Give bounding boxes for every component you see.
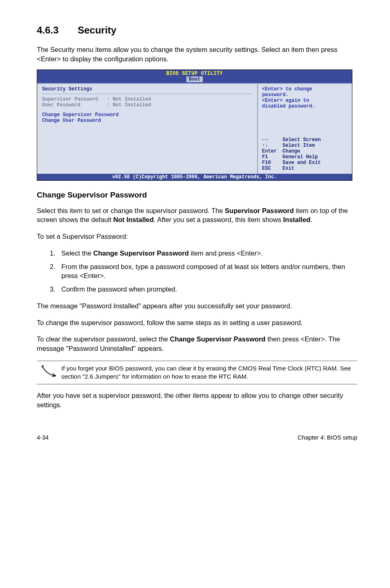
paragraph: After you have set a supervisor password… (37, 391, 357, 410)
bios-title: BIOS SETUP UTILITY (37, 70, 352, 76)
bios-help-line: <Enter> again to (262, 98, 348, 103)
note-box: If you forget your BIOS password, you ca… (37, 361, 357, 385)
bios-panel-heading: Security Settings (42, 86, 252, 92)
bios-menubar: Boot (37, 76, 352, 83)
section-title: Security (78, 25, 117, 36)
note-icon (37, 364, 61, 379)
bios-help-line: disabled password. (262, 103, 348, 109)
bios-screenshot: BIOS SETUP UTILITY Boot Security Setting… (37, 70, 352, 181)
paragraph: Select this item to set or change the su… (37, 206, 357, 225)
paragraph: The message "Password Installed" appears… (37, 301, 357, 311)
page-number: 4-34 (37, 434, 49, 441)
subsection-heading: Change Supervisor Password (37, 191, 357, 200)
bios-tab-boot: Boot (186, 76, 203, 82)
bios-help-line: <Enter> to change (262, 86, 348, 92)
paragraph: To change the supervisor password, follo… (37, 318, 357, 328)
bios-help-panel: <Enter> to change password. <Enter> agai… (258, 84, 352, 174)
step-item: Select the Change Supervisor Password it… (57, 249, 357, 258)
step-item: From the password box, type a password c… (57, 262, 357, 281)
paragraph: To clear the supervisor password, select… (37, 334, 357, 353)
bios-help-line: password. (262, 92, 348, 98)
note-text: If you forget your BIOS password, you ca… (61, 364, 357, 381)
steps-list: Select the Change Supervisor Password it… (37, 249, 357, 294)
section-heading: 4.6.3Security (37, 25, 357, 36)
chapter-label: Chapter 4: BIOS setup (298, 434, 357, 441)
bios-row-supervisor: Supervisor Password : Not Installed (42, 97, 252, 102)
bios-nav-keys: ←→Select Screen ↑↓Select Item EnterChang… (262, 137, 348, 171)
page-footer: 4-34 Chapter 4: BIOS setup (37, 434, 357, 441)
bios-row-user: User Password : Not Installed (42, 102, 252, 108)
bios-item-change-user: Change User Password (42, 118, 252, 123)
intro-paragraph: The Security menu items allow you to cha… (37, 45, 357, 64)
step-item: Confirm the password when prompted. (57, 285, 357, 294)
paragraph: To set a Supervisor Password: (37, 232, 357, 241)
bios-item-change-supervisor: Change Supervisor Password (42, 112, 252, 118)
bios-main-panel: Security Settings Supervisor Password : … (37, 84, 258, 174)
bios-copyright: v02.58 (C)Copyright 1985-2006, American … (37, 174, 352, 180)
section-number: 4.6.3 (37, 25, 78, 36)
